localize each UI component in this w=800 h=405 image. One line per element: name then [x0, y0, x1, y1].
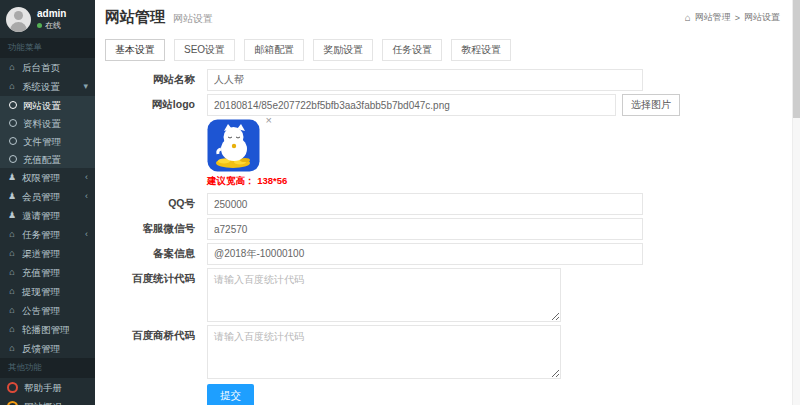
sidebar-item-label: 公告管理: [22, 305, 60, 316]
qq-label: QQ号: [95, 193, 207, 211]
home-icon: ⌂: [7, 267, 17, 278]
sidebar-item-label: 资料设置: [23, 118, 61, 129]
baidu-bridge-textarea[interactable]: [207, 325, 561, 379]
submit-row: 提交: [207, 384, 800, 405]
sidebar-item-channel-manage[interactable]: ⌂ 渠道管理: [0, 244, 95, 263]
sidebar-item-label: 网站概况: [24, 401, 62, 405]
sidebar-item-banner-manage[interactable]: ⌂ 轮播图管理: [0, 320, 95, 339]
home-icon: ⌂: [7, 248, 17, 259]
sidebar-item-label: 充值管理: [22, 267, 60, 278]
tab-mail-config[interactable]: 邮箱配置: [244, 39, 304, 61]
online-dot-icon: [37, 23, 42, 28]
home-icon: ⌂: [7, 81, 17, 92]
app-window: admin 在线 功能菜单 ⌂ 后台首页 ⌂ 系统设置 ▾ 网站设置: [0, 0, 800, 405]
site-name-input[interactable]: [207, 69, 643, 91]
sidebar-item-notice-manage[interactable]: ⌂ 公告管理: [0, 301, 95, 320]
sidebar: admin 在线 功能菜单 ⌂ 后台首页 ⌂ 系统设置 ▾ 网站设置: [0, 0, 95, 405]
choose-image-button[interactable]: 选择图片: [622, 94, 680, 116]
user-info: admin 在线: [37, 8, 66, 31]
user-name: admin: [37, 8, 66, 20]
tab-reward-settings[interactable]: 奖励设置: [313, 39, 373, 61]
red-circle-icon: [7, 382, 18, 393]
sidebar-item-label: 会员管理: [22, 191, 60, 202]
chevron-left-icon: ‹: [85, 191, 88, 202]
remove-logo-icon[interactable]: ×: [266, 115, 272, 125]
sidebar-item-label: 文件管理: [23, 136, 61, 147]
sidebar-item-recharge-manage[interactable]: ⌂ 充值管理: [0, 263, 95, 282]
sidebar-item-site-overview[interactable]: 网站概况: [0, 397, 95, 405]
sidebar-section-main: 功能菜单: [0, 38, 95, 58]
circle-icon: [9, 119, 17, 127]
sidebar-item-recharge-config[interactable]: 充值配置: [0, 150, 95, 168]
home-icon: ⌂: [7, 324, 17, 335]
users-icon: ♟: [7, 191, 17, 202]
qq-input[interactable]: [207, 193, 643, 215]
tab-tutorial-settings[interactable]: 教程设置: [451, 39, 511, 61]
qq-row: QQ号: [95, 193, 800, 215]
breadcrumb-current: 网站设置: [744, 11, 780, 24]
scrollbar-thumb[interactable]: [793, 0, 800, 118]
site-logo-row: 网站logo 选择图片: [95, 94, 800, 116]
sidebar-item-label: 系统设置: [22, 81, 60, 92]
sidebar-item-label: 权限管理: [22, 172, 60, 183]
site-logo-input[interactable]: [207, 94, 616, 116]
sidebar-item-site-settings[interactable]: 网站设置: [0, 96, 95, 114]
circle-icon: [9, 155, 17, 163]
sidebar-item-file-manage[interactable]: 文件管理: [0, 132, 95, 150]
sidebar-item-label: 帮助手册: [24, 382, 62, 393]
tab-basic-settings[interactable]: 基本设置: [105, 39, 165, 61]
wechat-row: 客服微信号: [95, 218, 800, 240]
avatar-torso-shape: [10, 22, 27, 32]
sidebar-item-label: 任务管理: [22, 229, 60, 240]
baidu-stats-label: 百度统计代码: [95, 268, 207, 286]
system-settings-submenu: 网站设置 资料设置 文件管理 充值配置: [0, 96, 95, 168]
wechat-input[interactable]: [207, 218, 643, 240]
wechat-label: 客服微信号: [95, 218, 207, 236]
user-status-label: 在线: [45, 20, 61, 31]
sidebar-item-withdraw-manage[interactable]: ⌂ 提现管理: [0, 282, 95, 301]
baidu-bridge-row: 百度商桥代码: [95, 325, 800, 379]
sidebar-item-system-settings[interactable]: ⌂ 系统设置 ▾: [0, 77, 95, 96]
submit-button[interactable]: 提交: [207, 384, 254, 405]
tab-task-settings[interactable]: 任务设置: [382, 39, 442, 61]
users-icon: ♟: [7, 172, 17, 183]
baidu-stats-textarea[interactable]: [207, 268, 561, 322]
sidebar-item-feedback-manage[interactable]: ⌂ 反馈管理: [0, 339, 95, 358]
sidebar-item-dashboard[interactable]: ⌂ 后台首页: [0, 58, 95, 77]
sidebar-item-label: 渠道管理: [22, 248, 60, 259]
sidebar-section-other: 其他功能: [0, 358, 95, 378]
site-name-label: 网站名称: [95, 69, 207, 87]
home-icon: ⌂: [685, 12, 691, 23]
icp-row: 备案信息: [95, 243, 800, 265]
breadcrumb-parent[interactable]: 网站管理: [695, 11, 731, 24]
page-title: 网站管理: [105, 8, 165, 27]
sidebar-item-label: 充值配置: [23, 154, 61, 165]
scrollbar-track[interactable]: [792, 0, 800, 405]
sidebar-item-task-manage[interactable]: ⌂ 任务管理 ‹: [0, 225, 95, 244]
breadcrumb: ⌂ 网站管理 > 网站设置: [685, 11, 780, 24]
tab-seo-settings[interactable]: SEO设置: [174, 39, 235, 61]
logo-size-hint: 建议宽高： 138*56: [207, 172, 800, 193]
site-logo-label: 网站logo: [95, 94, 207, 112]
home-icon: ⌂: [7, 229, 17, 240]
home-icon: ⌂: [7, 343, 17, 354]
sidebar-item-help-manual[interactable]: 帮助手册: [0, 378, 95, 397]
chevron-left-icon: ‹: [85, 229, 88, 240]
circle-icon: [9, 137, 17, 145]
sidebar-item-label: 邀请管理: [22, 210, 60, 221]
chevron-down-icon: ▾: [83, 81, 88, 92]
sidebar-item-label: 提现管理: [22, 286, 60, 297]
avatar: [6, 7, 31, 32]
baidu-stats-row: 百度统计代码: [95, 268, 800, 322]
sidebar-item-permission-manage[interactable]: ♟ 权限管理 ‹: [0, 168, 95, 187]
main-content: 网站管理 网站设置 ⌂ 网站管理 > 网站设置 基本设置 SEO设置 邮箱配置 …: [95, 0, 800, 405]
site-logo-preview-image: [207, 119, 260, 172]
page-subtitle: 网站设置: [173, 12, 213, 26]
sidebar-item-profile-settings[interactable]: 资料设置: [0, 114, 95, 132]
sidebar-item-member-manage[interactable]: ♟ 会员管理 ‹: [0, 187, 95, 206]
sidebar-item-invite-manage[interactable]: ♟ 邀请管理: [0, 206, 95, 225]
icp-input[interactable]: [207, 243, 643, 265]
home-icon: ⌂: [7, 62, 17, 73]
sidebar-item-label: 后台首页: [22, 62, 60, 73]
home-icon: ⌂: [7, 286, 17, 297]
